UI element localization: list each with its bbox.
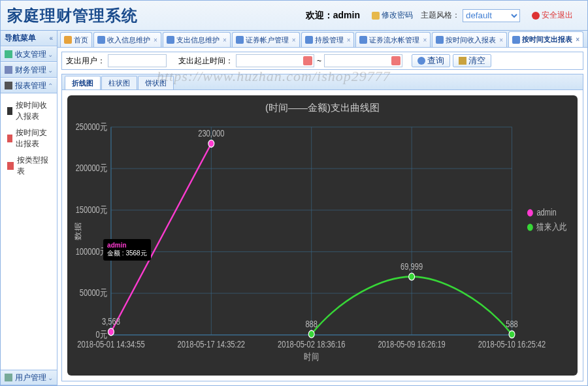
- svg-text:时间: 时间: [304, 352, 319, 362]
- svg-text:50000元: 50000元: [80, 288, 108, 298]
- welcome-text: 欢迎：admin: [306, 10, 360, 22]
- home-icon: [64, 36, 72, 44]
- user-label: 支出用户：: [66, 56, 105, 67]
- date-to-input[interactable]: [324, 54, 402, 67]
- svg-text:2018-05-02 18:36:16: 2018-05-02 18:36:16: [278, 340, 345, 349]
- svg-point-28: [208, 140, 214, 147]
- svg-text:admin: admin: [537, 208, 557, 217]
- sidebar-item-income-by-time[interactable]: 按时间收入报表: [1, 97, 57, 125]
- svg-text:3,568: 3,568: [102, 317, 120, 327]
- tab-label: 首页: [74, 35, 88, 45]
- sidebar-item-expense-by-time[interactable]: 按时间支出报表: [1, 125, 57, 152]
- tab-label: 按时间收入报表: [446, 35, 496, 45]
- svg-text:2018-05-09 16:26:19: 2018-05-09 16:26:19: [378, 340, 445, 349]
- svg-point-26: [108, 329, 114, 336]
- svg-text:2018-05-10 16:25:42: 2018-05-10 16:25:42: [478, 340, 546, 349]
- tab-label: 支出信息维护: [176, 35, 220, 45]
- svg-text:200000元: 200000元: [76, 163, 108, 173]
- tab-4[interactable]: 持股管理×: [301, 32, 355, 47]
- sidebar-group-users[interactable]: 用户管理 ⌄: [1, 370, 57, 385]
- app-logo: 家庭理财管理系统: [7, 5, 138, 26]
- svg-text:250000元: 250000元: [76, 121, 108, 131]
- search-icon: [417, 57, 425, 65]
- tab-0[interactable]: 首页: [60, 32, 92, 47]
- tab-7[interactable]: 按时间支出报表×: [508, 31, 583, 47]
- chart-tab-1[interactable]: 柱状图: [101, 76, 137, 89]
- chart-icon: [7, 107, 12, 115]
- chart-tab-2[interactable]: 饼状图: [138, 76, 174, 89]
- chevron-down-icon: ⌄: [48, 67, 53, 74]
- svg-text:888: 888: [306, 319, 318, 329]
- tab-label: 收入信息维护: [107, 35, 150, 45]
- page-icon: [305, 36, 313, 44]
- clear-button[interactable]: 清空: [453, 54, 491, 67]
- svg-text:2018-05-01 14:34:55: 2018-05-01 14:34:55: [77, 340, 144, 349]
- svg-text:69,999: 69,999: [400, 261, 423, 271]
- tab-3[interactable]: 证券帐户管理×: [232, 32, 300, 47]
- tab-bar: 首页收入信息维护×支出信息维护×证券帐户管理×持股管理×证券流水帐管理×按时间收…: [57, 31, 587, 48]
- broom-icon: [459, 57, 466, 65]
- tab-6[interactable]: 按时间收入报表×: [432, 32, 507, 47]
- page-icon: [359, 36, 367, 44]
- sidebar-group-reports[interactable]: 报表管理 ⌃: [1, 78, 57, 93]
- theme-label: 主题风格：: [421, 10, 460, 21]
- svg-text:230,000: 230,000: [198, 129, 224, 138]
- calendar-icon[interactable]: [391, 56, 400, 65]
- close-icon[interactable]: ×: [154, 37, 157, 44]
- collapse-icon[interactable]: «: [50, 35, 54, 42]
- tab-5[interactable]: 证券流水帐管理×: [355, 32, 431, 47]
- org-icon: [7, 135, 12, 142]
- tab-label: 证券流水帐管理: [369, 35, 419, 45]
- sidebar-item-label: 按时间支出报表: [16, 127, 50, 150]
- sidebar: 导航菜单 « 收支管理 ⌄ 财务管理 ⌄ 报表管理 ⌃ 按时间收入报表 按时间支…: [1, 31, 57, 385]
- chevron-up-icon: ⌃: [48, 82, 53, 89]
- chevron-down-icon: ⌄: [48, 51, 53, 58]
- svg-text:数据: 数据: [74, 221, 82, 240]
- close-icon[interactable]: ×: [423, 37, 427, 44]
- page-icon: [167, 36, 174, 44]
- tab-label: 按时间支出报表: [522, 35, 572, 44]
- page-icon: [436, 36, 444, 44]
- page-icon: [512, 36, 520, 44]
- svg-point-34: [509, 330, 515, 338]
- close-icon[interactable]: ×: [347, 37, 351, 44]
- svg-point-30: [308, 330, 314, 338]
- page-icon: [97, 36, 105, 44]
- sidebar-group-income-expense[interactable]: 收支管理 ⌄: [1, 46, 57, 62]
- svg-point-36: [527, 209, 533, 216]
- sidebar-group-finance[interactable]: 财务管理 ⌄: [1, 62, 57, 78]
- power-icon: [532, 12, 540, 20]
- date-separator: ~: [317, 56, 321, 65]
- tab-label: 证券帐户管理: [246, 35, 289, 45]
- calendar-icon[interactable]: [303, 56, 312, 65]
- users-icon: [5, 374, 12, 381]
- finance-icon: [5, 66, 12, 74]
- change-password-link[interactable]: 修改密码: [372, 10, 413, 21]
- close-icon[interactable]: ×: [223, 37, 227, 44]
- close-icon[interactable]: ×: [576, 36, 580, 43]
- tab-2[interactable]: 支出信息维护×: [163, 32, 231, 47]
- svg-text:0元: 0元: [96, 330, 108, 340]
- user-input[interactable]: [108, 54, 167, 67]
- chart-tooltip: admin 金额 : 3568元: [103, 239, 151, 261]
- chart-tab-bar: 折线图柱状图饼状图: [62, 74, 583, 90]
- lock-icon: [372, 12, 380, 20]
- logout-link[interactable]: 安全退出: [532, 10, 573, 21]
- line-chart: (时间——金额)支出曲线图 0元50000元100000元150000元2000…: [67, 95, 578, 376]
- date-from-input[interactable]: [236, 54, 314, 67]
- close-icon[interactable]: ×: [292, 37, 296, 44]
- chart-tab-0[interactable]: 折线图: [65, 76, 101, 89]
- chart-title: (时间——金额)支出曲线图: [67, 102, 578, 114]
- date-label: 支出起止时间：: [178, 56, 233, 67]
- theme-select[interactable]: default: [463, 9, 520, 22]
- svg-text:猫来入此: 猫来入此: [537, 222, 567, 232]
- search-button[interactable]: 查询: [412, 54, 450, 67]
- money-icon: [5, 50, 12, 58]
- sidebar-header: 导航菜单 «: [1, 31, 57, 46]
- tab-1[interactable]: 收入信息维护×: [93, 32, 161, 47]
- report-icon: [5, 82, 12, 89]
- sidebar-item-by-type[interactable]: 按类型报表: [1, 152, 57, 180]
- svg-point-38: [527, 224, 533, 231]
- close-icon[interactable]: ×: [499, 37, 503, 44]
- page-icon: [236, 36, 244, 44]
